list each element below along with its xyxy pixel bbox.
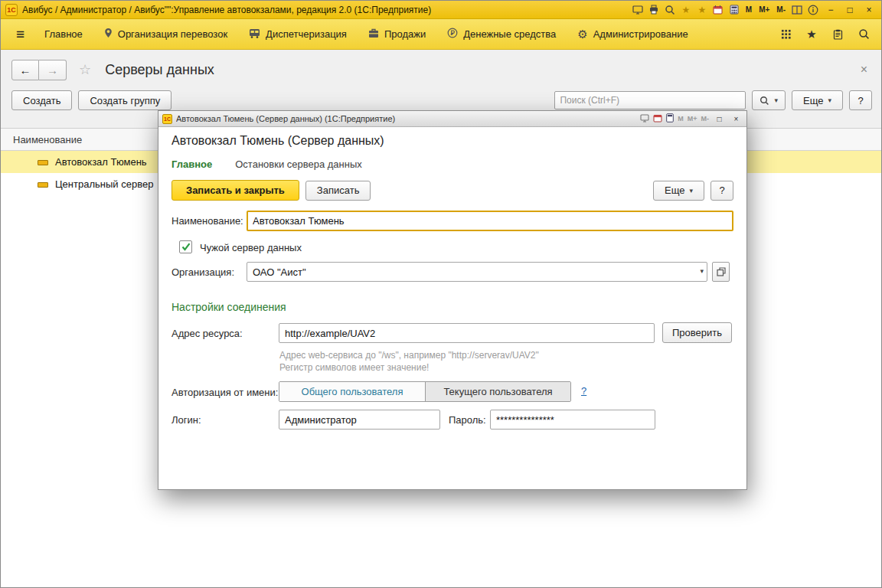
menu-item-label: Диспетчеризация (266, 28, 347, 40)
save-to-file-icon[interactable] (632, 4, 644, 16)
history-clipboard-icon[interactable] (826, 23, 849, 46)
chevron-down-icon[interactable]: ▾ (700, 267, 704, 275)
list-more-button[interactable]: Еще ▾ (792, 90, 843, 110)
auth-option-common-user[interactable]: Общего пользователя (279, 382, 425, 401)
search-input[interactable] (554, 91, 746, 109)
password-input[interactable] (490, 410, 655, 430)
dialog-maximize-button[interactable]: □ (713, 113, 726, 125)
favorites-edit-icon[interactable]: ★ (680, 4, 692, 16)
search-options-button[interactable]: ▾ (752, 90, 786, 110)
menu-item-main[interactable]: Главное (34, 19, 93, 49)
dialog-close-button[interactable]: × (730, 113, 743, 125)
menu-item-administration[interactable]: ⚙ Администрирование (567, 19, 698, 49)
create-button[interactable]: Создать (11, 90, 72, 110)
gear-icon: ⚙ (577, 28, 587, 40)
connection-settings-title: Настройки соединения (172, 301, 286, 313)
list-toolbar: Создать Создать группу ▾ Еще ▾ ? (11, 90, 872, 111)
calendar-icon[interactable] (712, 4, 724, 16)
global-search-icon[interactable] (852, 23, 875, 46)
authorization-help-link[interactable]: ? (581, 385, 586, 397)
dialog-titlebar-icons: M M+ M- □ × (640, 113, 743, 125)
dialog-titlebar[interactable]: 1С Автовокзал Тюмень (Сервер данных) (1С… (158, 111, 746, 127)
auth-option-current-user[interactable]: Текущего пользователя (425, 382, 570, 401)
list-help-button[interactable]: ? (849, 90, 872, 110)
create-group-button[interactable]: Создать группу (78, 90, 172, 110)
menu-item-dispatching[interactable]: Диспетчеризация (238, 19, 358, 49)
resource-address-label: Адрес ресурса: (172, 328, 243, 339)
address-hint-line2: Регистр символов имеет значение! (279, 362, 429, 373)
create-group-button-label: Создать группу (90, 95, 160, 106)
main-menu-button[interactable]: ≡ (7, 19, 34, 49)
menu-item-label: Денежные средства (463, 28, 556, 40)
dialog-help-button[interactable]: ? (710, 181, 733, 201)
dialog-tab-main[interactable]: Главное (172, 158, 212, 170)
forward-button[interactable]: → (39, 60, 67, 80)
memory-m-minus-button[interactable]: M- (775, 5, 787, 14)
resource-address-input[interactable] (279, 323, 655, 343)
save-button[interactable]: Записать (305, 181, 371, 201)
favorites-add-icon[interactable]: ★ (696, 4, 708, 16)
name-label: Наименование: (172, 215, 243, 227)
briefcase-icon (368, 28, 379, 41)
menu-item-label: Администрирование (593, 28, 688, 40)
organization-input[interactable] (247, 262, 707, 282)
check-connection-button[interactable]: Проверить (662, 322, 732, 343)
maximize-button[interactable]: □ (842, 4, 858, 16)
calculator-icon[interactable] (728, 4, 740, 16)
organization-combo[interactable]: ▾ (247, 262, 707, 282)
dialog-more-button[interactable]: Еще ▾ (653, 181, 704, 201)
dialog-commandbar: Записать и закрыть Записать Еще ▾ ? (172, 180, 733, 201)
login-label: Логин: (172, 414, 201, 426)
menu-item-transport-organization[interactable]: Организация перевозок (93, 19, 238, 49)
menu-item-money[interactable]: Денежные средства (436, 19, 567, 49)
app-logo-1c-icon: 1С (5, 4, 18, 16)
foreign-server-checkbox[interactable] (179, 240, 192, 253)
dialog-tab-server-stops[interactable]: Остановки сервера данных (235, 158, 362, 170)
calendar-icon[interactable] (653, 113, 662, 125)
authorization-toggle: Общего пользователя Текущего пользовател… (279, 381, 571, 402)
page-navrow: ← → ☆ Серверы данных × (11, 59, 872, 80)
memory-m-plus-button[interactable]: M+ (757, 5, 771, 14)
window-title: Авибус / Администратор / Авибус"":Управл… (22, 5, 431, 15)
minimize-button[interactable]: − (823, 4, 838, 16)
dialog-more-label: Еще (665, 185, 684, 196)
menubar-right-tools: ★ (774, 23, 875, 46)
page-title: Серверы данных (105, 62, 214, 78)
memory-m-minus-button: M- (701, 115, 710, 122)
login-input[interactable] (279, 410, 440, 430)
close-button[interactable]: × (861, 4, 877, 16)
memory-m-button: M (678, 115, 684, 122)
search-area: ▾ Еще ▾ ? (554, 90, 872, 110)
titlebar-icon-strip: ★ ★ M M+ M- − □ × (632, 4, 877, 16)
add-to-favorites-icon[interactable]: ☆ (79, 61, 91, 78)
history-nav-buttons: ← → (11, 60, 67, 80)
back-button[interactable]: ← (11, 60, 39, 80)
section-menubar: ≡ Главное Организация перевозок Диспетче… (1, 19, 881, 50)
save-to-file-icon[interactable] (640, 113, 649, 125)
organization-open-button[interactable] (712, 262, 730, 282)
check-connection-label: Проверить (672, 327, 722, 338)
foreign-server-label[interactable]: Чужой сервер данных (200, 242, 302, 253)
split-window-icon[interactable] (791, 4, 803, 16)
menu-item-sales[interactable]: Продажи (358, 19, 436, 49)
info-icon[interactable] (807, 4, 819, 16)
save-and-close-button[interactable]: Записать и закрыть (172, 180, 299, 201)
memory-m-plus-button: M+ (688, 115, 697, 122)
favorites-star-icon[interactable]: ★ (800, 23, 823, 46)
dialog-title: Автовокзал Тюмень (Сервер данных) (1С:Пр… (176, 114, 395, 123)
authorization-label: Авторизация от имени: (172, 387, 278, 398)
page-close-icon[interactable]: × (856, 63, 872, 77)
dialog-1c-icon: 1С (162, 114, 172, 124)
checkmark-icon (181, 243, 191, 251)
titlebar-search-icon[interactable] (664, 4, 676, 16)
apps-grid-icon[interactable] (774, 23, 797, 46)
menu-item-label: Продажи (384, 28, 426, 40)
list-element-icon (38, 157, 47, 167)
dialog-nav: Главное Остановки сервера данных (172, 158, 362, 170)
chevron-down-icon: ▾ (774, 96, 778, 104)
name-input[interactable] (247, 211, 733, 231)
memory-m-button[interactable]: M (744, 5, 753, 14)
calculator-icon[interactable] (666, 113, 674, 125)
window-titlebar: 1С Авибус / Администратор / Авибус"":Упр… (1, 1, 881, 19)
print-icon[interactable] (648, 4, 660, 16)
